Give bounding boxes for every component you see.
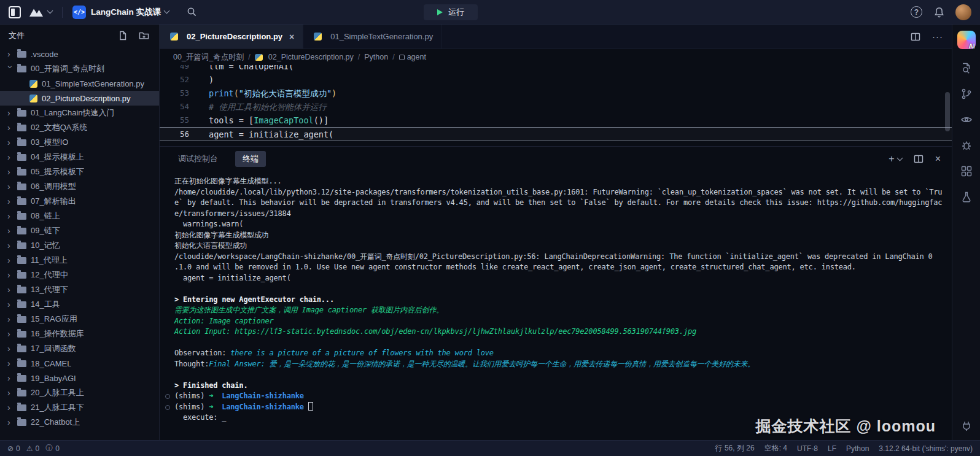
notifications-bell-icon[interactable] bbox=[932, 6, 946, 19]
status-item[interactable]: 3.12.2 64-bit ('shims': pyenv) bbox=[879, 444, 973, 453]
ai-assistant-icon[interactable]: AI bbox=[957, 31, 976, 49]
line-number: 52 bbox=[160, 73, 189, 87]
code-line[interactable]: 49llm = ChatOpenAI( bbox=[160, 65, 952, 73]
editor-tab[interactable]: 01_SimpleTextGeneration.py bbox=[303, 25, 442, 48]
status-item[interactable]: 空格: 4 bbox=[764, 443, 787, 454]
tree-folder-item[interactable]: ›19_BabyAGI bbox=[0, 371, 159, 385]
new-file-icon[interactable] bbox=[116, 29, 130, 42]
source-control-icon[interactable] bbox=[960, 87, 973, 101]
split-editor-icon[interactable] bbox=[909, 30, 922, 44]
tab-label: 02_PictureDescription.py bbox=[187, 32, 282, 41]
project-name: LangChain 实战课 bbox=[91, 7, 161, 18]
split-terminal-icon[interactable] bbox=[912, 152, 925, 166]
editor-scrollbar[interactable] bbox=[945, 92, 950, 131]
terminal-line: .1.0 and will be removed in 1.0. Use Use… bbox=[174, 262, 952, 273]
chevron-icon: › bbox=[7, 241, 15, 250]
chevron-icon: › bbox=[7, 271, 15, 279]
breadcrumb-item[interactable]: agent bbox=[399, 53, 426, 61]
problems-indicator[interactable]: ⊘0⚠0ⓘ0 bbox=[7, 443, 60, 454]
status-item[interactable]: UTF-8 bbox=[797, 444, 818, 453]
python-file-icon bbox=[255, 54, 263, 61]
terminal-line: > Entering new AgentExecutor chain... bbox=[174, 295, 952, 306]
tree-folder-item[interactable]: ›01_LangChain快速入门 bbox=[0, 106, 159, 120]
folder-icon bbox=[17, 346, 26, 352]
breadcrumb-item[interactable]: Python bbox=[364, 53, 388, 61]
file-name: 18_CAMEL bbox=[31, 359, 71, 368]
tree-file-item[interactable]: 02_PictureDescription.py bbox=[0, 91, 159, 106]
prompt-circle-icon bbox=[165, 394, 170, 399]
tree-folder-item[interactable]: ›17_回调函数 bbox=[0, 341, 159, 356]
tree-folder-item[interactable]: ›12_代理中 bbox=[0, 268, 159, 282]
tree-folder-item[interactable]: ›16_操作数据库 bbox=[0, 327, 159, 341]
code-line[interactable]: 54# 使用工具初始化智能体并运行 bbox=[160, 100, 952, 114]
help-icon[interactable]: ? bbox=[911, 6, 922, 18]
debug-bug-icon[interactable] bbox=[960, 139, 973, 152]
tree-folder-item[interactable]: ›15_RAG应用 bbox=[0, 312, 159, 327]
test-flask-icon[interactable] bbox=[960, 190, 973, 204]
new-terminal-button[interactable]: + bbox=[889, 153, 901, 164]
code-line[interactable]: 56agent = initialize_agent( bbox=[160, 127, 952, 141]
app-logo-icon[interactable] bbox=[9, 6, 21, 18]
tree-folder-item[interactable]: ›05_提示模板下 bbox=[0, 164, 159, 179]
tree-folder-item[interactable]: ›.vscode bbox=[0, 47, 159, 61]
close-panel-icon[interactable]: × bbox=[935, 153, 941, 164]
tree-folder-item[interactable]: ›00_开篇词_奇点时刻 bbox=[0, 61, 159, 76]
tree-folder-item[interactable]: ›04_提示模板上 bbox=[0, 150, 159, 164]
extensions-grid-icon[interactable] bbox=[960, 164, 973, 178]
tree-folder-item[interactable]: ›13_代理下 bbox=[0, 282, 159, 297]
chevron-icon: › bbox=[7, 226, 15, 235]
code-line[interactable]: 53print("初始化大语言模型成功") bbox=[160, 87, 952, 100]
tree-folder-item[interactable]: ›18_CAMEL bbox=[0, 356, 159, 371]
folder-icon bbox=[17, 360, 26, 367]
tree-folder-item[interactable]: ›11_代理上 bbox=[0, 253, 159, 268]
code-text: llm = ChatOpenAI( bbox=[189, 65, 294, 73]
tree-file-item[interactable]: 01_SimpleTextGeneration.py bbox=[0, 76, 159, 91]
search-icon[interactable] bbox=[185, 6, 198, 19]
chevron-icon: › bbox=[7, 123, 15, 132]
tree-folder-item[interactable]: ›21_人脉工具下 bbox=[0, 400, 159, 415]
tree-folder-item[interactable]: ›03_模型IO bbox=[0, 135, 159, 150]
more-actions-icon[interactable]: ··· bbox=[932, 31, 943, 42]
tree-folder-item[interactable]: ›22_Chatbot上 bbox=[0, 415, 159, 430]
terminal-output[interactable]: 正在初始化图像字幕生成模型.../home/cloudide/.local/li… bbox=[160, 171, 952, 440]
errors-count[interactable]: ⊘0 bbox=[7, 444, 20, 453]
run-button[interactable]: 运行 bbox=[424, 4, 478, 20]
panel-tab[interactable]: 调试控制台 bbox=[171, 151, 225, 167]
workspace-switcher[interactable] bbox=[28, 7, 52, 18]
tree-folder-item[interactable]: ›10_记忆 bbox=[0, 238, 159, 253]
terminal-line: > Finished chain. bbox=[174, 381, 952, 392]
file-name: 05_提示模板下 bbox=[31, 166, 84, 177]
new-folder-icon[interactable] bbox=[137, 29, 150, 42]
tree-folder-item[interactable]: ›20_人脉工具上 bbox=[0, 385, 159, 400]
user-avatar[interactable] bbox=[955, 4, 971, 20]
file-search-icon[interactable] bbox=[960, 61, 973, 75]
chevron-icon: › bbox=[7, 168, 15, 176]
status-item[interactable]: 行 56, 列 26 bbox=[715, 443, 755, 454]
info-count[interactable]: ⓘ0 bbox=[45, 443, 60, 454]
tree-folder-item[interactable]: ›06_调用模型 bbox=[0, 179, 159, 194]
tree-folder-item[interactable]: ›08_链上 bbox=[0, 209, 159, 223]
code-editor[interactable]: 49llm = ChatOpenAI(52)53print("初始化大语言模型成… bbox=[160, 65, 952, 146]
bottom-panel: 调试控制台终端 + × 正在初始化图像字幕生成模型.../home/cloudi… bbox=[160, 146, 952, 440]
project-switcher[interactable]: </> LangChain 实战课 bbox=[72, 6, 169, 19]
editor-tab[interactable]: 02_PictureDescription.py× bbox=[160, 25, 303, 48]
status-item[interactable]: Python bbox=[846, 444, 869, 453]
code-line[interactable]: 52) bbox=[160, 73, 952, 87]
file-name: 15_RAG应用 bbox=[31, 314, 77, 325]
code-line[interactable]: 55tools = [ImageCapTool()] bbox=[160, 114, 952, 127]
status-item[interactable]: LF bbox=[828, 444, 836, 453]
tree-folder-item[interactable]: ›07_解析输出 bbox=[0, 194, 159, 209]
divider bbox=[62, 7, 63, 18]
close-tab-icon[interactable]: × bbox=[289, 32, 294, 42]
line-number: 55 bbox=[160, 114, 189, 127]
tree-folder-item[interactable]: ›09_链下 bbox=[0, 223, 159, 238]
panel-tab[interactable]: 终端 bbox=[235, 151, 266, 167]
preview-eye-icon[interactable] bbox=[960, 113, 973, 126]
breadcrumb-item[interactable]: 02_PictureDescription.py bbox=[255, 53, 354, 61]
breadcrumb-item[interactable]: 00_开篇词_奇点时刻 bbox=[173, 52, 244, 63]
warnings-count[interactable]: ⚠0 bbox=[26, 444, 39, 453]
chevron-icon: › bbox=[7, 182, 15, 191]
tree-folder-item[interactable]: ›02_文档QA系统 bbox=[0, 120, 159, 135]
plugin-icon[interactable] bbox=[960, 419, 973, 433]
tree-folder-item[interactable]: ›14_工具 bbox=[0, 297, 159, 312]
